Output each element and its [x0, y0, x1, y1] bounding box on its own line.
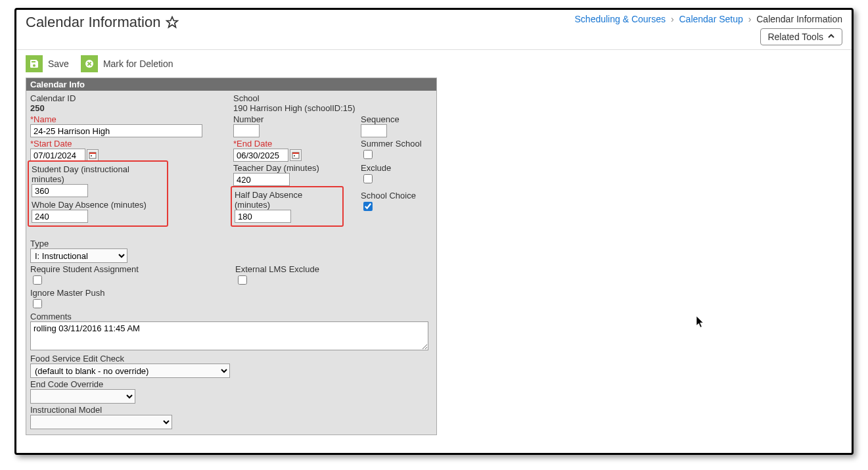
- related-tools-button[interactable]: Related Tools: [760, 28, 842, 45]
- school-choice-label: School Choice: [361, 191, 432, 200]
- external-lms-exclude-label: External LMS Exclude: [235, 264, 364, 274]
- breadcrumb-calendar-setup[interactable]: Calendar Setup: [679, 14, 743, 24]
- number-label: Number: [233, 114, 361, 124]
- favorite-star-icon[interactable]: [166, 16, 179, 29]
- student-day-label: Student Day (instructional minutes): [32, 164, 164, 184]
- end-date-input[interactable]: [233, 149, 288, 162]
- teacher-day-input[interactable]: [233, 173, 290, 186]
- page-header: Calendar Information Scheduling & Course…: [16, 10, 852, 50]
- type-select[interactable]: I: Instructional: [30, 248, 127, 263]
- toolbar: Save Mark for Deletion: [16, 50, 852, 78]
- whole-day-absence-label: Whole Day Absence (minutes): [32, 200, 164, 210]
- summer-school-label: Summer School: [361, 139, 432, 149]
- chevron-right-icon: ›: [671, 14, 674, 24]
- whole-day-absence-input[interactable]: [32, 210, 88, 223]
- calendar-id-label: Calendar ID: [30, 93, 233, 103]
- save-label: Save: [48, 59, 69, 69]
- summer-school-checkbox[interactable]: [363, 150, 373, 159]
- breadcrumb: Scheduling & Courses › Calendar Setup › …: [575, 14, 842, 24]
- mark-delete-label: Mark for Deletion: [103, 59, 173, 69]
- chevron-up-icon: [827, 32, 835, 42]
- delete-icon: [81, 55, 98, 72]
- school-value: 190 Harrison High (schoolID:15): [233, 103, 432, 113]
- highlight-student-whole: Student Day (instructional minutes) Whol…: [28, 160, 168, 227]
- mark-for-deletion-button[interactable]: Mark for Deletion: [81, 55, 173, 72]
- comments-textarea[interactable]: [30, 321, 428, 350]
- end-code-override-select[interactable]: [30, 389, 135, 404]
- panel-header: Calendar Info: [26, 78, 436, 91]
- require-student-assignment-checkbox[interactable]: [33, 275, 42, 285]
- svg-rect-3: [89, 153, 96, 154]
- save-button[interactable]: Save: [26, 55, 69, 72]
- breadcrumb-scheduling[interactable]: Scheduling & Courses: [575, 14, 666, 24]
- half-day-absence-label: Half Day Absence (minutes): [235, 190, 340, 210]
- svg-rect-6: [292, 153, 299, 154]
- calendar-id-value: 250: [30, 103, 233, 113]
- school-choice-checkbox[interactable]: [363, 202, 373, 211]
- ignore-master-push-checkbox[interactable]: [33, 299, 42, 308]
- end-code-override-label: End Code Override: [30, 379, 432, 389]
- calendar-icon[interactable]: [290, 149, 302, 161]
- calendar-info-panel: Calendar Info Calendar ID 250 School 190…: [26, 78, 437, 435]
- highlight-half-day: Half Day Absence (minutes): [231, 186, 344, 227]
- page-title: Calendar Information: [26, 14, 160, 31]
- svg-rect-4: [91, 155, 92, 156]
- number-input[interactable]: [233, 124, 260, 137]
- sequence-input[interactable]: [361, 124, 387, 137]
- ignore-master-push-label: Ignore Master Push: [30, 288, 235, 298]
- instructional-model-select[interactable]: [30, 415, 172, 429]
- calendar-icon[interactable]: [87, 149, 99, 161]
- student-day-input[interactable]: [32, 184, 88, 197]
- teacher-day-label: Teacher Day (minutes): [233, 163, 361, 173]
- breadcrumb-current: Calendar Information: [756, 14, 842, 24]
- instructional-model-label: Instructional Model: [30, 405, 432, 415]
- type-label: Type: [30, 239, 235, 248]
- start-date-input[interactable]: [30, 149, 85, 162]
- start-date-label: *Start Date: [30, 139, 233, 149]
- external-lms-exclude-checkbox[interactable]: [238, 275, 247, 285]
- sequence-label: Sequence: [361, 114, 432, 124]
- half-day-absence-input[interactable]: [235, 210, 291, 223]
- name-input[interactable]: [30, 124, 202, 137]
- chevron-right-icon: ›: [748, 14, 752, 24]
- related-tools-label: Related Tools: [767, 32, 823, 42]
- end-date-label: *End Date: [233, 139, 361, 149]
- name-label: *Name: [30, 114, 233, 124]
- food-service-edit-check-select[interactable]: (default to blank - no override): [30, 364, 230, 378]
- exclude-checkbox[interactable]: [363, 174, 373, 183]
- svg-rect-7: [294, 155, 295, 156]
- school-label: School: [233, 93, 432, 103]
- save-icon: [26, 55, 43, 72]
- require-student-assignment-label: Require Student Assignment: [30, 264, 235, 274]
- exclude-label: Exclude: [361, 163, 432, 173]
- food-service-edit-check-label: Food Service Edit Check: [30, 354, 432, 364]
- comments-label: Comments: [30, 312, 432, 321]
- svg-marker-0: [167, 17, 178, 28]
